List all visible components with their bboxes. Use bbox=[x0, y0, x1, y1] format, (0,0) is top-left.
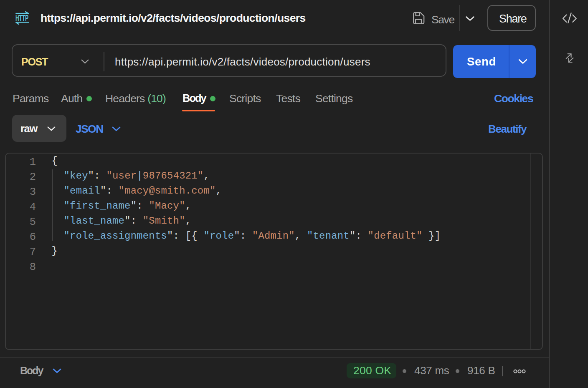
svg-text:HTTP: HTTP bbox=[15, 13, 28, 23]
